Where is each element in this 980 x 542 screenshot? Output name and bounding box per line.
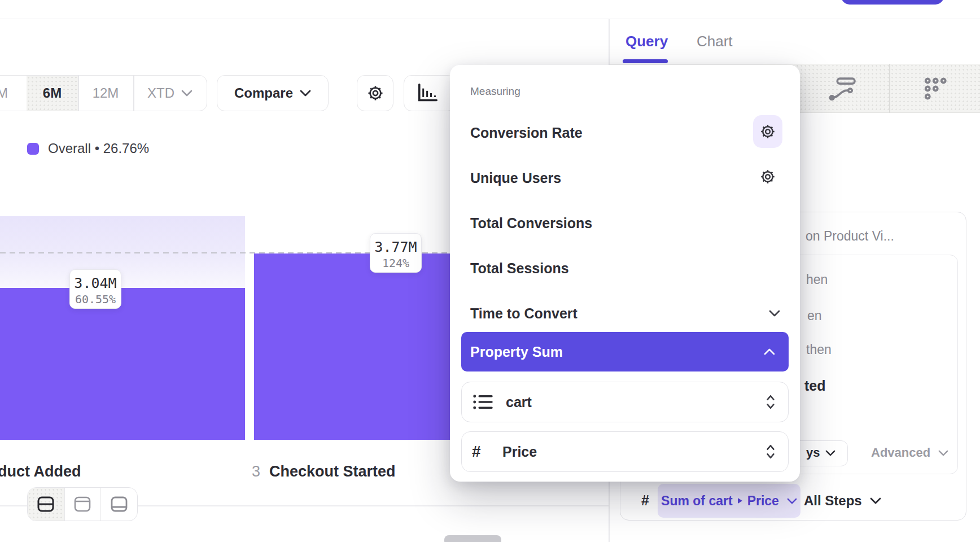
chip-value-label: Price (747, 493, 779, 509)
funnel-pct-2: 124% (370, 256, 421, 271)
gear-icon (759, 168, 776, 185)
property-select-value: cart (506, 394, 532, 410)
step-2-label: Checkout Started (269, 463, 396, 480)
funnel-value-1: 3.04M (70, 275, 121, 292)
step-row-fragment: en (807, 308, 822, 324)
funnel-pct-1: 60.55% (70, 292, 121, 307)
card-title-fragment: on Product Vi... (806, 229, 894, 244)
layout-switcher (27, 487, 138, 521)
gear-icon (759, 123, 776, 140)
date-range-group: M 6M 12M XTD (0, 75, 207, 111)
legend-label: Overall • 26.76% (48, 141, 149, 156)
select-updown-icon (765, 394, 776, 410)
measuring-option-time-to-convert[interactable]: Time to Convert (470, 303, 578, 324)
horizontal-scrollbar-thumb[interactable] (444, 535, 501, 542)
layout-top-panel-button[interactable] (64, 488, 101, 521)
conversion-rate-settings-button[interactable] (753, 115, 782, 148)
chevron-up-icon (764, 348, 775, 355)
compare-button[interactable]: Compare (217, 75, 329, 111)
conversion-window-fragment: ys (806, 445, 820, 460)
primary-action-button[interactable] (841, 0, 944, 5)
range-12m-button[interactable]: 12M (78, 76, 133, 111)
chevron-down-icon (769, 310, 780, 317)
list-icon (472, 393, 493, 411)
all-steps-button[interactable]: All Steps (804, 493, 881, 509)
chart-settings-button[interactable] (357, 75, 393, 111)
time-to-convert-expander[interactable] (768, 310, 781, 317)
chevron-down-icon (300, 90, 311, 97)
all-steps-label: All Steps (804, 493, 862, 509)
step-1-label-fragment: duct Added (0, 463, 81, 480)
advanced-button[interactable]: Advanced (871, 445, 948, 460)
funnel-step-label-2[interactable]: 3 Checkout Started (252, 461, 396, 482)
dots-grid-icon (924, 77, 950, 100)
select-updown-icon (765, 444, 776, 460)
tab-query[interactable]: Query (625, 33, 668, 50)
value-select-value: Price (502, 444, 537, 460)
tab-chart-label: Chart (697, 33, 733, 50)
range-xtd-button[interactable]: XTD (133, 76, 207, 111)
value-property-select[interactable]: # Price (461, 431, 789, 472)
chart-type-button[interactable] (404, 75, 456, 111)
range-6m-label: 6M (43, 85, 62, 101)
option-label: Total Sessions (470, 260, 569, 277)
chip-property-label: Sum of cart (661, 493, 733, 509)
number-property-hash: # (641, 492, 649, 509)
hash-icon: # (472, 443, 493, 461)
option-label: Conversion Rate (470, 125, 583, 141)
layout-bottom-panel-button[interactable] (100, 488, 137, 521)
legend-color-swatch (27, 143, 39, 155)
chevron-down-icon (938, 450, 948, 456)
flow-chart-type-button[interactable] (829, 77, 857, 100)
funnel-bar-1[interactable] (0, 288, 245, 440)
range-3m-button[interactable]: M (0, 76, 27, 111)
steps-chart-type-button[interactable] (924, 77, 950, 100)
property-sum-chip[interactable]: Sum of cart Price (658, 484, 800, 518)
measuring-option-total-sessions[interactable]: Total Sessions (470, 258, 569, 278)
chevron-down-icon (181, 90, 193, 97)
step-row-fragment: then (806, 342, 832, 357)
chevron-down-icon (870, 497, 881, 504)
option-label: Property Sum (470, 344, 563, 360)
measuring-option-unique-users[interactable]: Unique Users (470, 168, 561, 188)
funnel-value-2: 3.77M (370, 239, 421, 256)
app-top-bar (0, 0, 980, 19)
funnel-step-label-1[interactable]: duct Added (0, 461, 81, 482)
advanced-label: Advanced (871, 445, 930, 460)
measuring-option-property-sum-selected[interactable]: Property Sum (461, 332, 789, 371)
range-12m-label: 12M (93, 85, 119, 101)
measuring-option-conversion-rate[interactable]: Conversion Rate (470, 123, 583, 143)
range-6m-button[interactable]: 6M (27, 76, 78, 111)
gear-icon (366, 84, 384, 102)
option-label: Total Conversions (470, 215, 592, 231)
step-row-fragment: ted (804, 378, 826, 394)
funnel-analysis-app: 3.04M 60.55% 3.77M 124% duct Added 3 Che… (0, 0, 980, 542)
compare-label: Compare (234, 85, 293, 101)
range-3m-label: M (0, 85, 8, 101)
chart-legend[interactable]: Overall • 26.76% (27, 141, 149, 156)
unique-users-settings-button[interactable] (753, 160, 782, 193)
range-xtd-label: XTD (147, 85, 174, 101)
option-label: Time to Convert (470, 305, 578, 322)
funnel-value-card-1[interactable]: 3.04M 60.55% (69, 269, 121, 309)
step-2-index: 3 (252, 463, 260, 480)
active-tab-underline (623, 59, 668, 63)
layout-split-horizontal-button[interactable] (28, 488, 64, 521)
chevron-down-icon (787, 498, 797, 504)
measuring-option-total-conversions[interactable]: Total Conversions (470, 213, 592, 233)
chevron-down-icon (825, 450, 835, 456)
property-select[interactable]: cart (461, 382, 789, 422)
toolbar-divider (889, 64, 890, 113)
bottom-panel-icon (109, 495, 129, 513)
step-row-fragment: hen (806, 272, 828, 287)
funnel-value-card-2[interactable]: 3.77M 124% (370, 233, 422, 273)
triangle-right-icon (737, 497, 743, 504)
tab-chart[interactable]: Chart (697, 33, 733, 50)
flow-icon (829, 77, 857, 100)
bar-chart-icon (415, 83, 440, 103)
top-panel-icon (72, 495, 93, 513)
split-horizontal-icon (36, 495, 56, 513)
measuring-dropdown: Measuring Conversion Rate Unique Users T… (450, 65, 800, 482)
option-label: Unique Users (470, 170, 561, 186)
tab-query-label: Query (625, 33, 668, 50)
